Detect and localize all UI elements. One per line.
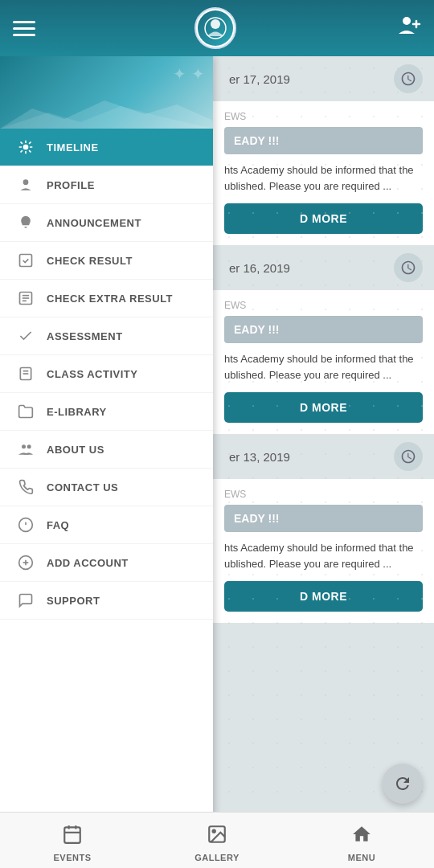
feed-title-text-0: EADY !!! [234, 134, 280, 147]
sidebar-item-check-result[interactable]: CHECK RESULT [0, 242, 213, 280]
sidebar-item-profile[interactable]: PROFILE [0, 166, 213, 204]
sidebar-item-label-announcement: ANNOUNCEMENT [47, 217, 141, 229]
app-logo [194, 7, 236, 49]
support-icon [14, 592, 37, 608]
feed-date-icon-2[interactable] [394, 442, 423, 471]
svg-rect-7 [20, 255, 32, 267]
sidebar-menu: TIMELINEPROFILEANNOUNCEMENTCHECK RESULTC… [0, 129, 213, 620]
feed-date-text-1: er 16, 2019 [229, 261, 290, 275]
top-header [0, 0, 434, 56]
faq-icon [14, 517, 37, 533]
sidebar-item-label-check-extra-result: CHECK EXTRA RESULT [47, 293, 173, 305]
feed-date-text-0: er 17, 2019 [229, 72, 290, 86]
sidebar-item-label-class-activity: CLASS ACTIVITY [47, 368, 137, 380]
read-more-button-2[interactable]: D MORE [224, 581, 423, 612]
feed-card-0: ewsEADY !!!hts Academy should be informe… [213, 101, 434, 245]
feed-card-1: ewsEADY !!!hts Academy should be informe… [213, 290, 434, 434]
sidebar-item-about-us[interactable]: ABOUT US [0, 431, 213, 469]
sidebar-item-label-add-account: ADD ACCOUNT [47, 557, 129, 569]
read-more-button-1[interactable]: D MORE [224, 392, 423, 423]
gallery-nav-icon [207, 824, 227, 850]
hamburger-button[interactable] [13, 21, 35, 36]
events-nav-icon [62, 824, 83, 850]
feed-date-icon-0[interactable] [394, 64, 423, 93]
add-user-button[interactable] [395, 13, 421, 44]
feed-date-icon-1[interactable] [394, 253, 423, 282]
sidebar: ✦ ✦ TIMELINEPROFILEANNOUNCEMENTCHECK RES… [0, 56, 213, 868]
sidebar-item-add-account[interactable]: ADD ACCOUNT [0, 544, 213, 582]
sidebar-item-label-contact-us: CONTACT US [47, 481, 118, 493]
read-more-button-0[interactable]: D MORE [224, 203, 423, 234]
add-account-icon [14, 555, 37, 571]
assessment-icon [14, 328, 37, 344]
contact-us-icon [14, 479, 37, 495]
class-activity-icon [14, 366, 37, 382]
about-us-icon [14, 441, 37, 457]
sidebar-item-timeline[interactable]: TIMELINE [0, 129, 213, 166]
sidebar-item-contact-us[interactable]: CONTACT US [0, 469, 213, 506]
feed-body-text-0: hts Academy should be informed that the … [224, 162, 423, 194]
sidebar-item-e-library[interactable]: E-LIBRARY [0, 393, 213, 431]
check-result-icon [14, 252, 37, 268]
events-nav-label: EVENTS [53, 853, 91, 862]
sidebar-item-label-check-result: CHECK RESULT [47, 255, 133, 267]
svg-point-15 [22, 444, 26, 448]
sidebar-item-label-about-us: ABOUT US [47, 444, 104, 456]
sidebar-item-assessment[interactable]: ASSESSMENT [0, 317, 213, 355]
feed-news-label-1: ews [224, 300, 423, 311]
timeline-icon [14, 139, 37, 155]
bottom-nav-item-menu[interactable]: MENU [289, 819, 434, 862]
svg-point-6 [23, 179, 29, 185]
feed-body-text-2: hts Academy should be informed that the … [224, 540, 423, 571]
feed-news-label-0: ews [224, 111, 423, 122]
svg-point-5 [23, 145, 29, 150]
feed-body-text-1: hts Academy should be informed that the … [224, 351, 423, 383]
sidebar-item-class-activity[interactable]: CLASS ACTIVITY [0, 355, 213, 393]
feed-title-text-2: EADY !!! [234, 512, 280, 525]
sidebar-item-label-e-library: E-LIBRARY [47, 406, 107, 418]
sidebar-item-check-extra-result[interactable]: CHECK EXTRA RESULT [0, 280, 213, 317]
sidebar-item-label-faq: FAQ [47, 519, 69, 531]
profile-icon [14, 177, 37, 193]
feed-title-bar-2: EADY !!! [224, 505, 423, 532]
fab-refresh-button[interactable] [383, 764, 423, 804]
menu-nav-icon [351, 824, 372, 850]
check-extra-result-icon [14, 290, 37, 306]
menu-nav-label: MENU [348, 853, 375, 862]
svg-rect-23 [64, 827, 80, 843]
sidebar-header: ✦ ✦ [0, 56, 213, 129]
svg-point-16 [27, 444, 31, 448]
sidebar-item-label-profile: PROFILE [47, 179, 95, 191]
feed-date-text-2: er 13, 2019 [229, 450, 290, 464]
sidebar-item-faq[interactable]: FAQ [0, 506, 213, 544]
bottom-nav-item-gallery[interactable]: GALLERY [145, 819, 289, 862]
sidebar-item-label-support: SUPPORT [47, 595, 100, 607]
sidebar-item-label-assessment: ASSESSMENT [47, 330, 123, 342]
bottom-nav: EVENTSGALLERYMENU [0, 812, 434, 868]
svg-point-2 [403, 17, 411, 25]
feed-news-label-2: ews [224, 489, 423, 500]
feed-title-bar-0: EADY !!! [224, 127, 423, 154]
sidebar-item-label-timeline: TIMELINE [47, 141, 99, 154]
feed-card-2: ewsEADY !!!hts Academy should be informe… [213, 479, 434, 623]
sidebar-item-support[interactable]: SUPPORT [0, 582, 213, 620]
gallery-nav-label: GALLERY [194, 853, 240, 862]
feed-title-bar-1: EADY !!! [224, 316, 423, 343]
sidebar-item-announcement[interactable]: ANNOUNCEMENT [0, 204, 213, 242]
feed-title-text-1: EADY !!! [234, 323, 280, 336]
svg-point-0 [211, 19, 220, 29]
svg-point-28 [213, 829, 215, 832]
bottom-nav-item-events[interactable]: EVENTS [0, 819, 145, 862]
announcement-icon [14, 215, 37, 231]
e-library-icon [14, 403, 37, 420]
